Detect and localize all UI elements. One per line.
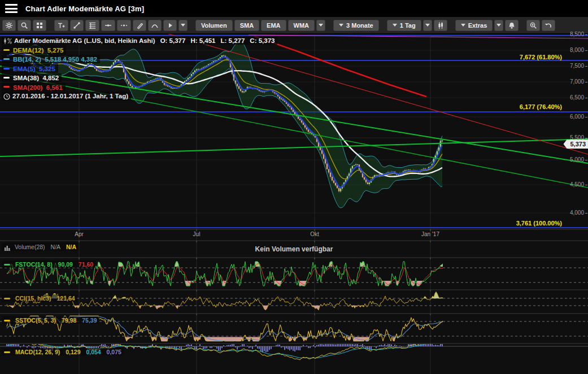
sma200-swatch [3, 86, 10, 88]
toolbar: Volumen SMA EMA WMA 3 Monate 1 Tag Extra… [0, 17, 588, 34]
pointer-icon[interactable] [163, 20, 177, 31]
ema-button[interactable]: EMA [261, 20, 286, 31]
candlestick-icon[interactable] [434, 20, 447, 31]
undo-icon[interactable] [542, 20, 555, 31]
fstoc-indicator-row[interactable]: FSTOC(14, 8) 90,09 71,60 [2, 260, 95, 268]
pencil-icon[interactable] [133, 20, 146, 31]
legend-row-sma200[interactable]: SMA(200) 6,561 [2, 82, 66, 91]
interval-dropdown[interactable]: 1 Tag [387, 20, 421, 31]
ohlc-high: H: 5,451 [190, 37, 215, 44]
legend-row-sma38[interactable]: SMA(38) 4,852 [2, 73, 62, 82]
sstoc-swatch [4, 320, 10, 321]
dema-swatch [3, 49, 10, 51]
legend-row-bb[interactable]: BB(14, 2) 5,518 4,950 4,382 [2, 55, 100, 63]
cci-swatch [4, 298, 10, 299]
legend: Adler Modemärkte AG (L.US, bid, Heikin A… [2, 36, 277, 101]
sma38-swatch [3, 77, 10, 79]
draw-tools-caret-icon[interactable] [178, 20, 188, 31]
ema-swatch [3, 68, 10, 69]
clock-icon [3, 93, 12, 99]
macd-indicator-row[interactable]: MACD(12, 26, 9) 0,129 0,054 0,075 [2, 348, 124, 355]
horizontal-line-icon[interactable] [101, 20, 115, 31]
range-dropdown[interactable]: 3 Monate [333, 20, 379, 31]
settings-icon[interactable] [2, 20, 16, 31]
search-icon[interactable] [18, 20, 31, 31]
text-tool-icon[interactable] [54, 20, 68, 31]
ohlc-close: C: 5,373 [250, 37, 275, 44]
hamburger-menu-icon[interactable] [5, 4, 18, 13]
sstoc-indicator-row[interactable]: SSTOC(5, 5, 3) 79,98 75,39 [2, 316, 99, 324]
extras-caret-icon[interactable] [494, 20, 503, 31]
fstoc-swatch [4, 264, 10, 266]
instrument-row[interactable]: Adler Modemärkte AG (L.US, bid, Heikin A… [2, 36, 277, 45]
indicators-caret-icon[interactable] [316, 20, 325, 31]
alert-bell-icon[interactable] [505, 20, 519, 31]
title-bar: Chart Adler Modemärkte AG [3m] [0, 0, 588, 17]
window-title: Chart Adler Modemärkte AG [3m] [25, 5, 144, 13]
instrument-icon [3, 37, 14, 44]
chart-surface[interactable]: 8,5008,0007,5007,0006,5006,0005,5005,000… [0, 34, 588, 374]
no-volume-message: Kein Volumen verfügbar [0, 245, 588, 253]
cci-indicator-row[interactable]: CCI(15, hlc3) 121,64 [2, 294, 77, 302]
fib-retracement-icon[interactable] [85, 20, 99, 31]
last-price-tag: 5,373 [563, 140, 588, 149]
dotted-line-icon[interactable] [117, 20, 131, 31]
date-range-row: 27.01.2016 - 12.01.2017 (1 Jahr, 1 Tag) [2, 92, 131, 100]
date-range: 27.01.2016 - 12.01.2017 (1 Jahr, 1 Tag) [12, 93, 128, 99]
ohlc-low: L: 5,277 [221, 37, 245, 44]
sma-button[interactable]: SMA [234, 20, 259, 31]
legend-row-dema[interactable]: DEMA(12) 5,275 [2, 45, 66, 54]
wma-button[interactable]: WMA [288, 20, 315, 31]
chart-app-window: { "window": { "title": "Chart Adler Mode… [0, 0, 588, 374]
bb-swatch [3, 58, 10, 60]
volumen-button[interactable]: Volumen [195, 20, 233, 31]
legend-row-ema[interactable]: EMA(5) 5,325 [2, 64, 58, 72]
layout-grid-icon[interactable] [33, 20, 46, 31]
zoom-in-icon[interactable] [526, 20, 540, 31]
instrument-title: Adler Modemärkte AG (L.US, bid, Heikin A… [14, 37, 155, 44]
macd-swatch [4, 351, 10, 353]
interval-caret-icon[interactable] [423, 20, 432, 31]
trendline-tool-icon[interactable] [70, 20, 84, 31]
ohlc-open: O: 5,377 [160, 37, 186, 44]
arc-icon[interactable] [148, 20, 162, 31]
extras-dropdown[interactable]: Extras [455, 20, 493, 31]
